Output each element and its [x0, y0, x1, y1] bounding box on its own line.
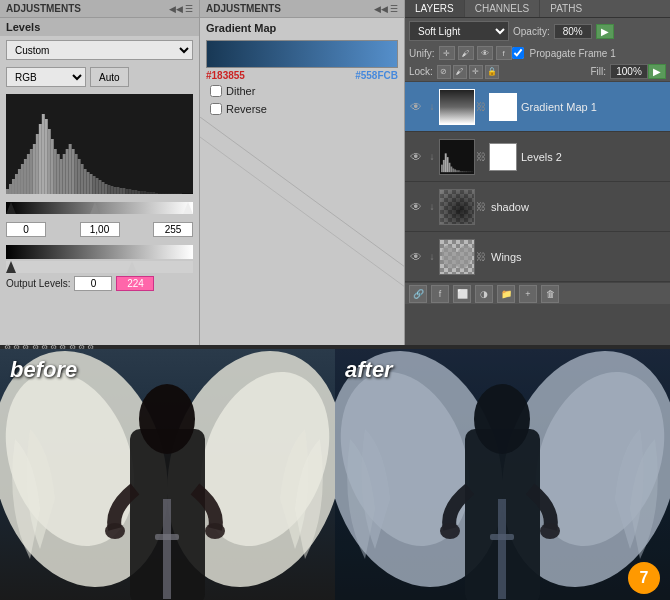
- svg-rect-79: [467, 171, 469, 172]
- reverse-checkbox[interactable]: [210, 103, 222, 115]
- layer-eye-wings[interactable]: 👁: [407, 248, 425, 266]
- svg-rect-22: [72, 149, 75, 194]
- svg-rect-69: [449, 162, 451, 171]
- lock-transparency-icon[interactable]: ⊘: [437, 65, 451, 79]
- black-point-handle[interactable]: [6, 202, 16, 214]
- layer-eye-levels[interactable]: 👁: [407, 148, 425, 166]
- opacity-arrow-btn[interactable]: ▶: [596, 24, 614, 39]
- svg-rect-1: [9, 184, 12, 194]
- link-layers-btn[interactable]: 🔗: [409, 285, 427, 303]
- opacity-input[interactable]: [554, 24, 592, 39]
- svg-rect-29: [93, 176, 96, 194]
- unify-icons: ✛ 🖌 👁 f: [439, 46, 512, 60]
- svg-rect-31: [99, 180, 102, 194]
- levels-panel: ADJUSTMENTS ◀◀ ☰ Levels Custom RGB Auto: [0, 0, 200, 345]
- fill-input[interactable]: [610, 64, 648, 79]
- propagate-checkbox[interactable]: [512, 47, 524, 59]
- svg-rect-55: [170, 193, 173, 194]
- svg-rect-57: [176, 193, 179, 194]
- layer-chain-gradient-map: ⛓: [475, 101, 487, 112]
- fill-arrow-btn[interactable]: ▶: [648, 64, 666, 79]
- tab-paths[interactable]: PATHS: [540, 0, 592, 17]
- svg-rect-20: [66, 149, 69, 194]
- unify-style-icon[interactable]: f: [496, 46, 512, 60]
- layer-row-wings[interactable]: 👁 ↓ ⛓ Wings: [405, 232, 670, 282]
- levels-header: Levels: [0, 18, 199, 36]
- svg-rect-15: [51, 139, 54, 194]
- preset-dropdown[interactable]: Custom: [6, 40, 193, 60]
- lock-label: Lock:: [409, 66, 433, 77]
- unify-position-icon[interactable]: ✛: [439, 46, 455, 60]
- svg-rect-70: [450, 166, 452, 172]
- output-black-handle[interactable]: [6, 261, 16, 273]
- tab-layers[interactable]: LAYERS: [405, 0, 465, 17]
- new-layer-btn[interactable]: +: [519, 285, 537, 303]
- svg-rect-44: [137, 191, 140, 194]
- layer-mask-levels[interactable]: [489, 143, 517, 171]
- svg-rect-58: [179, 193, 182, 194]
- layer-mask-gradient-map[interactable]: [489, 93, 517, 121]
- delete-layer-btn[interactable]: 🗑: [541, 285, 559, 303]
- layer-chain-wings: ⛓: [475, 251, 487, 262]
- before-label: before: [10, 357, 77, 383]
- svg-rect-71: [452, 168, 454, 172]
- gradient-menu-icon[interactable]: ☰: [390, 4, 398, 14]
- svg-rect-76: [462, 171, 464, 172]
- svg-rect-50: [155, 193, 158, 194]
- svg-rect-39: [122, 188, 125, 194]
- white-point-handle[interactable]: [183, 202, 193, 214]
- output-white-handle[interactable]: [127, 261, 137, 273]
- output-max-input[interactable]: [116, 276, 154, 291]
- add-mask-btn[interactable]: ⬜: [453, 285, 471, 303]
- unify-visibility-icon[interactable]: 👁: [477, 46, 493, 60]
- layer-row-levels[interactable]: 👁 ↓: [405, 132, 670, 182]
- svg-rect-36: [113, 187, 116, 194]
- layer-eye-shadow[interactable]: 👁: [407, 198, 425, 216]
- svg-rect-47: [146, 192, 149, 194]
- new-group-btn[interactable]: 📁: [497, 285, 515, 303]
- channel-dropdown[interactable]: RGB: [6, 67, 86, 87]
- layer-row-gradient-map[interactable]: 👁 ↓ ⛓ Gradient Map 1: [405, 82, 670, 132]
- svg-rect-91: [155, 534, 179, 540]
- svg-rect-81: [471, 171, 473, 172]
- gradient-collapse-icon[interactable]: ◀◀: [374, 4, 388, 14]
- svg-rect-77: [464, 171, 466, 172]
- input-max-value[interactable]: [153, 222, 193, 237]
- lock-move-icon[interactable]: ✛: [469, 65, 483, 79]
- gradient-bar[interactable]: [206, 40, 398, 68]
- layer-link-shadow: ↓: [425, 201, 439, 212]
- svg-rect-65: [441, 164, 443, 172]
- preset-row: Custom: [0, 36, 199, 64]
- layer-row-shadow[interactable]: 👁 ↓ ⛓ shadow: [405, 182, 670, 232]
- svg-rect-60: [185, 193, 188, 194]
- step-badge: 7: [628, 562, 660, 594]
- panel-menu-icon[interactable]: ☰: [185, 4, 193, 14]
- tab-channels[interactable]: CHANNELS: [465, 0, 540, 17]
- auto-button[interactable]: Auto: [90, 67, 129, 87]
- input-sliders: [0, 198, 199, 220]
- svg-rect-72: [454, 169, 456, 172]
- svg-point-93: [205, 523, 225, 539]
- layer-chain-levels: ⛓: [475, 151, 487, 162]
- svg-rect-11: [39, 124, 42, 194]
- layer-style-btn[interactable]: f: [431, 285, 449, 303]
- blend-mode-dropdown[interactable]: Soft Light: [409, 21, 509, 41]
- layer-name-levels: Levels 2: [517, 151, 668, 163]
- svg-rect-66: [443, 159, 445, 171]
- lock-paint-icon[interactable]: 🖌: [453, 65, 467, 79]
- input-min-value[interactable]: [6, 222, 46, 237]
- svg-rect-13: [45, 119, 48, 194]
- input-mid-value[interactable]: [80, 222, 120, 237]
- lock-all-icon[interactable]: 🔒: [485, 65, 499, 79]
- layers-list: 👁 ↓ ⛓ Gradient Map 1 👁 ↓: [405, 82, 670, 282]
- layer-eye-gradient-map[interactable]: 👁: [407, 98, 425, 116]
- collapse-icon[interactable]: ◀◀: [169, 4, 183, 14]
- output-min-input[interactable]: [74, 276, 112, 291]
- dither-row: Dither: [200, 81, 404, 101]
- svg-rect-12: [42, 114, 45, 194]
- unify-brush-icon[interactable]: 🖌: [458, 46, 474, 60]
- svg-rect-6: [24, 159, 27, 194]
- new-adjustment-btn[interactable]: ◑: [475, 285, 493, 303]
- mid-point-handle[interactable]: [90, 202, 100, 214]
- dither-checkbox[interactable]: [210, 85, 222, 97]
